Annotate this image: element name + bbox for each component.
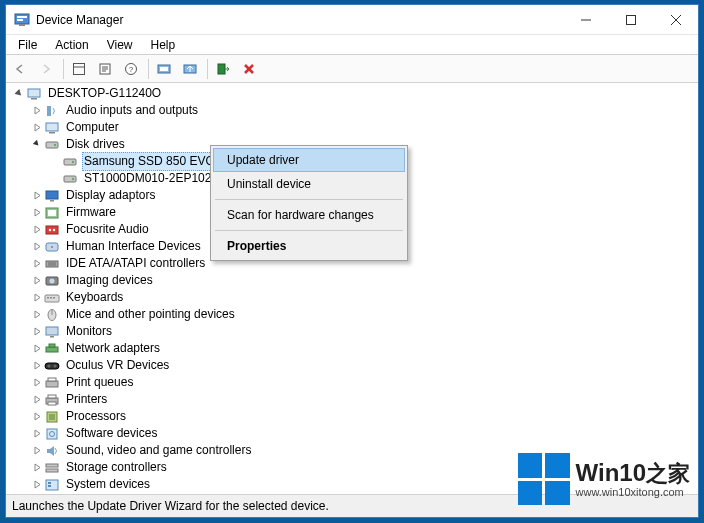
expand-icon[interactable] <box>30 342 44 356</box>
disk-icon <box>44 137 60 153</box>
expand-icon[interactable] <box>30 478 44 492</box>
menu-file[interactable]: File <box>10 37 45 53</box>
expand-icon[interactable] <box>30 291 44 305</box>
tree-node-label: System devices <box>64 476 152 493</box>
tree-node[interactable]: Network adapters <box>8 340 698 357</box>
ctx-separator <box>215 230 403 231</box>
collapse-icon[interactable] <box>30 138 44 152</box>
svg-rect-71 <box>46 480 58 490</box>
expand-icon[interactable] <box>30 410 44 424</box>
tree-node-label: Focusrite Audio <box>64 221 151 238</box>
ctx-properties[interactable]: Properties <box>213 234 405 258</box>
expand-icon[interactable] <box>30 121 44 135</box>
computer-icon <box>44 120 60 136</box>
expand-icon[interactable] <box>30 444 44 458</box>
properties-button[interactable] <box>93 57 117 81</box>
ide-icon <box>44 256 60 272</box>
minimize-button[interactable] <box>563 5 608 34</box>
tree-node[interactable]: Computer <box>8 119 698 136</box>
svg-rect-2 <box>17 19 23 21</box>
svg-rect-50 <box>53 297 55 299</box>
svg-rect-1 <box>17 16 27 18</box>
expand-icon[interactable] <box>30 274 44 288</box>
svg-rect-5 <box>626 15 635 24</box>
expand-icon[interactable] <box>30 393 44 407</box>
tree-node-label: Imaging devices <box>64 272 155 289</box>
expand-icon[interactable] <box>30 189 44 203</box>
svg-rect-23 <box>31 98 37 100</box>
tree-node[interactable]: Printers <box>8 391 698 408</box>
monitor-icon <box>44 324 60 340</box>
tree-node-label: Display adaptors <box>64 187 157 204</box>
expand-icon[interactable] <box>30 325 44 339</box>
back-button[interactable] <box>8 57 32 81</box>
tree-root[interactable]: DESKTOP-G11240O <box>8 85 698 102</box>
maximize-button[interactable] <box>608 5 653 34</box>
tree-node[interactable]: Keyboards <box>8 289 698 306</box>
scan-hardware-button[interactable] <box>152 57 176 81</box>
menu-view[interactable]: View <box>99 37 141 53</box>
tree-node[interactable]: Monitors <box>8 323 698 340</box>
tree-node[interactable]: Software devices <box>8 425 698 442</box>
firmware-icon <box>44 205 60 221</box>
tree-node[interactable]: Processors <box>8 408 698 425</box>
tree-node-label: Software devices <box>64 425 159 442</box>
app-icon <box>14 12 30 28</box>
toolbar-separator <box>63 59 64 79</box>
svg-rect-69 <box>46 464 58 467</box>
expand-icon[interactable] <box>30 223 44 237</box>
tree-root-label: DESKTOP-G11240O <box>46 85 163 102</box>
show-hide-console-button[interactable] <box>67 57 91 81</box>
tree-node-label: Computer <box>64 119 121 136</box>
hid-icon <box>44 239 60 255</box>
update-driver-button[interactable] <box>178 57 202 81</box>
tree-node[interactable]: Print queues <box>8 374 698 391</box>
svg-rect-26 <box>49 132 55 134</box>
expand-icon[interactable] <box>30 461 44 475</box>
svg-point-30 <box>72 160 74 162</box>
forward-button[interactable] <box>34 57 58 81</box>
svg-point-46 <box>50 278 55 283</box>
ctx-scan-hardware[interactable]: Scan for hardware changes <box>213 203 405 227</box>
ctx-uninstall-device[interactable]: Uninstall device <box>213 172 405 196</box>
collapse-icon[interactable] <box>12 87 26 101</box>
expand-icon[interactable] <box>30 427 44 441</box>
tree-node[interactable]: Oculus VR Devices <box>8 357 698 374</box>
svg-rect-17 <box>160 67 168 71</box>
svg-rect-49 <box>50 297 52 299</box>
close-button[interactable] <box>653 5 698 34</box>
tree-node[interactable]: Mice and other pointing devices <box>8 306 698 323</box>
expand-icon[interactable] <box>30 359 44 373</box>
svg-rect-37 <box>46 226 58 234</box>
svg-rect-53 <box>46 327 58 335</box>
svg-rect-54 <box>50 336 54 338</box>
cpu-icon <box>44 409 60 425</box>
tree-node[interactable]: Audio inputs and outputs <box>8 102 698 119</box>
expand-icon[interactable] <box>30 257 44 271</box>
expand-icon[interactable] <box>30 308 44 322</box>
system-icon <box>44 477 60 493</box>
svg-point-59 <box>54 364 57 367</box>
svg-point-41 <box>51 246 53 248</box>
menu-action[interactable]: Action <box>47 37 96 53</box>
svg-rect-64 <box>48 402 56 405</box>
titlebar: Device Manager <box>6 5 698 35</box>
expand-icon[interactable] <box>30 206 44 220</box>
help-button[interactable]: ? <box>119 57 143 81</box>
usb-icon <box>44 494 60 495</box>
enable-device-button[interactable] <box>211 57 235 81</box>
svg-rect-72 <box>48 482 51 484</box>
tree-node[interactable]: Imaging devices <box>8 272 698 289</box>
uninstall-device-button[interactable] <box>237 57 261 81</box>
sound-icon <box>44 443 60 459</box>
expand-icon[interactable] <box>30 240 44 254</box>
svg-rect-70 <box>46 469 58 472</box>
svg-rect-73 <box>48 485 51 487</box>
svg-rect-33 <box>46 191 58 199</box>
ctx-update-driver[interactable]: Update driver <box>213 148 405 172</box>
svg-point-58 <box>48 364 51 367</box>
disk-icon <box>62 171 78 187</box>
menu-help[interactable]: Help <box>143 37 184 53</box>
expand-icon[interactable] <box>30 104 44 118</box>
expand-icon[interactable] <box>30 376 44 390</box>
